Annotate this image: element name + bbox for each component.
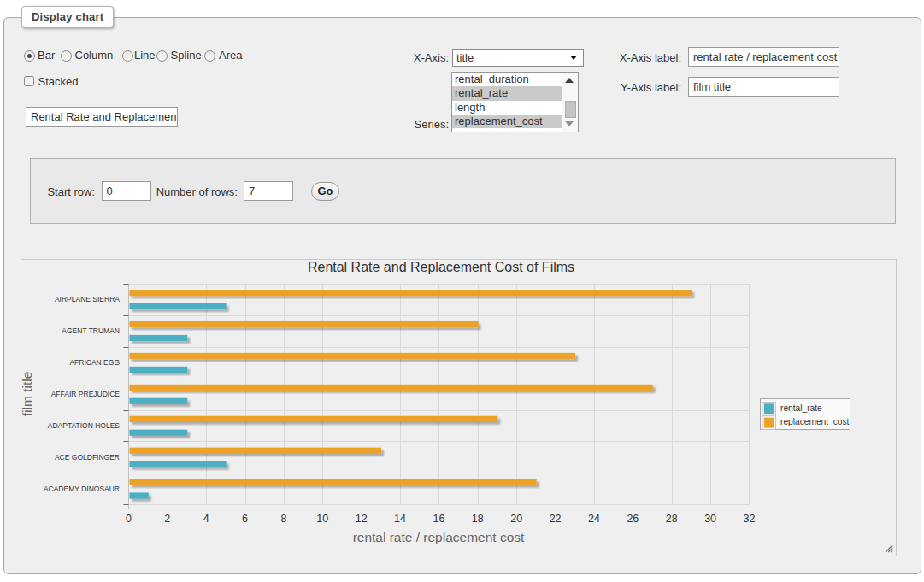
svg-text:2: 2	[164, 513, 170, 525]
svg-text:0: 0	[126, 513, 132, 525]
svg-text:AFRICAN EGG: AFRICAN EGG	[69, 358, 120, 367]
svg-text:18: 18	[472, 513, 484, 525]
svg-text:10: 10	[316, 513, 328, 525]
svg-text:12: 12	[356, 513, 368, 525]
svg-text:ACE GOLDFINGER: ACE GOLDFINGER	[55, 453, 120, 461]
svg-text:film title: film title	[21, 372, 34, 417]
svg-text:AFFAIR PREJUDICE: AFFAIR PREJUDICE	[51, 390, 121, 398]
svg-text:Rental Rate and Replacement Co: Rental Rate and Replacement Cost of Film…	[308, 260, 574, 274]
svg-text:8: 8	[280, 513, 286, 525]
svg-text:20: 20	[510, 513, 522, 525]
svg-text:16: 16	[433, 513, 444, 525]
svg-text:AIRPLANE SIERRA: AIRPLANE SIERRA	[55, 295, 120, 303]
svg-text:30: 30	[704, 513, 716, 525]
svg-text:22: 22	[550, 513, 562, 525]
svg-text:ADAPTATION HOLES: ADAPTATION HOLES	[48, 421, 121, 430]
svg-text:rental rate / replacement cost: rental rate / replacement cost	[353, 530, 525, 544]
svg-text:14: 14	[394, 513, 406, 525]
svg-text:AGENT TRUMAN: AGENT TRUMAN	[62, 326, 120, 335]
svg-text:6: 6	[242, 513, 248, 525]
svg-text:28: 28	[666, 513, 678, 525]
svg-text:32: 32	[744, 513, 756, 525]
svg-text:replacement_cost: replacement_cost	[780, 417, 850, 426]
svg-text:ACADEMY DINOSAUR: ACADEMY DINOSAUR	[44, 485, 120, 493]
svg-text:4: 4	[203, 513, 209, 525]
svg-text:rental_rate: rental_rate	[780, 403, 822, 413]
svg-text:26: 26	[627, 513, 639, 525]
svg-text:24: 24	[588, 513, 600, 525]
